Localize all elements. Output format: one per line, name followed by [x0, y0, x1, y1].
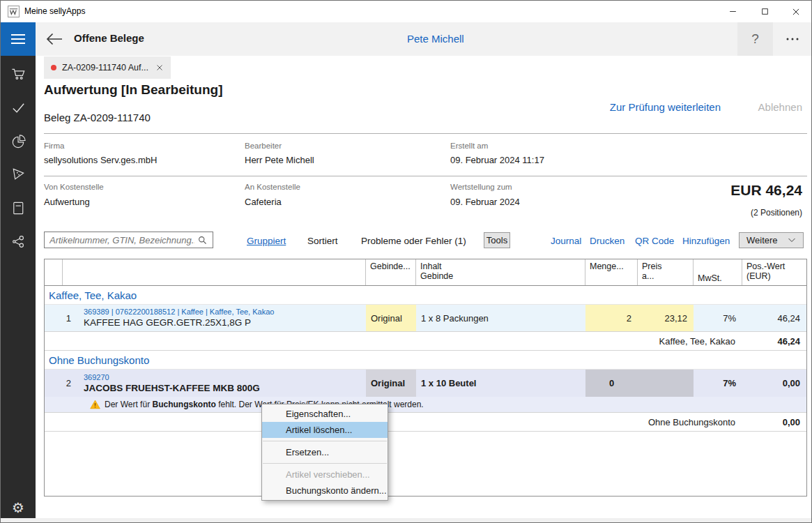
group-footer-value: 0,00	[742, 413, 806, 431]
field-label-erstellt: Erstellt am	[450, 142, 488, 150]
divider	[44, 133, 807, 134]
minimize-button[interactable]	[717, 1, 749, 22]
article-name: JACOBS FRUEHST-KAFFEE MKB 800G	[84, 382, 260, 394]
more-options-button[interactable]	[775, 22, 810, 56]
gebinde-cell[interactable]: Original	[366, 370, 416, 397]
tab-label: ZA-0209-111740 Auf...	[62, 63, 148, 73]
qr-code-link[interactable]: QR Code	[635, 236, 674, 246]
back-button[interactable]	[45, 30, 66, 48]
row-number: 1	[45, 313, 71, 324]
help-button[interactable]: ?	[737, 22, 773, 56]
search-input[interactable]	[45, 235, 197, 245]
pos-wert-cell: 0,00	[742, 370, 806, 397]
table-row[interactable]: 2 369270 JACOBS FRUEHST-KAFFEE MKB 800G …	[45, 370, 806, 397]
document-tab[interactable]: ZA-0209-111740 Auf...	[44, 56, 171, 79]
pie-chart-icon	[10, 133, 26, 149]
field-value-von-kostenstelle: Aufwertung	[44, 197, 90, 207]
mwst-cell: 7%	[694, 305, 742, 331]
maximize-button[interactable]	[749, 1, 781, 22]
gebinde-cell[interactable]: Original	[366, 305, 416, 331]
group-footer-label: Kaffee, Tee, Kakao	[45, 332, 742, 350]
app-header: Offene Belege Pete Michell ?	[36, 22, 812, 56]
title-bar: Meine sellyApps	[1, 1, 811, 22]
reject-link: Ablehnen	[758, 101, 802, 113]
group-header-ohne-buchungskonto[interactable]: Ohne Buchungskonto	[45, 351, 806, 370]
tab-close-icon[interactable]	[155, 63, 164, 72]
col-header-menge[interactable]: Menge...	[585, 259, 638, 285]
menu-item-ersetzen[interactable]: Ersetzen...	[262, 444, 388, 460]
window-bottom-strip	[1, 518, 811, 523]
table-row[interactable]: 1 369389 | 07622200188512 | Kaffee | Kaf…	[45, 305, 806, 331]
user-name[interactable]: Pete Michell	[407, 33, 464, 45]
hinzufuegen-link[interactable]: Hinzufügen	[682, 236, 730, 246]
chevron-down-icon	[788, 237, 796, 243]
col-header-mwst[interactable]: MwSt.	[694, 259, 742, 285]
field-label-firma: Firma	[44, 142, 64, 150]
document-title: Aufwertung [In Bearbeitung]	[44, 82, 222, 98]
weitere-label: Weitere	[746, 235, 778, 245]
col-header-preis[interactable]: Preisa...	[638, 259, 694, 285]
question-mark-icon: ?	[751, 31, 759, 47]
positions-table: Gebinde... InhaltGebinde Menge... Preisa…	[44, 259, 807, 497]
field-value-bearbeiter: Herr Pete Michell	[245, 155, 314, 165]
col-header-gebinde[interactable]: Gebinde...	[366, 259, 416, 285]
search-icon	[197, 235, 208, 245]
weitere-button[interactable]: Weitere	[739, 232, 804, 248]
sidebar-item-offers[interactable]	[1, 158, 36, 190]
unsaved-dot-icon	[51, 65, 56, 70]
sidebar-item-cart[interactable]	[1, 58, 36, 90]
article-meta: 369270	[84, 373, 260, 382]
group-footer: Ohne Buchungskonto 0,00	[45, 412, 806, 432]
menu-item-artikel-loeschen[interactable]: Artikel löschen...	[262, 422, 388, 438]
journal-link[interactable]: Journal	[551, 236, 581, 246]
col-header-empty2	[63, 259, 366, 285]
sidebar-item-share[interactable]	[1, 225, 36, 257]
group-footer-label: Ohne Buchungskonto	[45, 413, 742, 431]
probleme-oder-fehler-link[interactable]: Probleme oder Fehler (1)	[361, 236, 466, 246]
gear-icon: ⚙	[12, 499, 24, 516]
sidebar-item-tasks[interactable]	[1, 91, 36, 123]
menu-item-buchungskonto-aendern[interactable]: Buchungskonto ändern...	[262, 483, 388, 499]
close-button[interactable]	[780, 1, 812, 22]
sidebar-item-catalog[interactable]	[1, 192, 36, 224]
page-title: Offene Belege	[74, 32, 144, 44]
col-header-inhalt-gebinde[interactable]: InhaltGebinde	[416, 259, 585, 285]
col-header-empty1	[45, 259, 63, 285]
col-header-pos-wert[interactable]: Pos.-Wert(EUR)	[742, 259, 806, 285]
menu-separator	[263, 463, 387, 464]
group-header-kaffee-tee-kakao[interactable]: Kaffee, Tee, Kakao	[45, 286, 806, 305]
ellipsis-icon	[786, 37, 799, 41]
warning-icon	[90, 400, 100, 409]
sidebar: ⚙	[1, 56, 36, 518]
field-label-wertstellung: Wertstellung zum	[450, 183, 512, 191]
table-header-row: Gebinde... InhaltGebinde Menge... Preisa…	[45, 259, 806, 286]
preis-cell[interactable]: 23,12	[638, 305, 694, 331]
book-icon	[10, 200, 26, 216]
context-menu: Eigenschaften... Artikel löschen... Erse…	[261, 404, 388, 501]
row-number: 2	[45, 378, 71, 388]
forward-for-review-link[interactable]: Zur Prüfung weiterleiten	[610, 101, 721, 113]
app-window: Meine sellyApps	[0, 0, 812, 523]
total-amount: EUR 46,24	[730, 182, 802, 199]
article-search	[44, 232, 213, 248]
menu-item-artikel-verschieben: Artikel verschieben...	[262, 467, 388, 483]
group-footer-value: 46,24	[742, 332, 806, 350]
divider	[44, 176, 807, 176]
sidebar-item-reports[interactable]	[1, 125, 36, 157]
tools-button[interactable]: Tools	[484, 232, 510, 248]
field-value-an-kostenstelle: Cafeteria	[245, 197, 282, 207]
hamburger-menu-icon[interactable]	[1, 22, 36, 56]
drucken-link[interactable]: Drucken	[590, 236, 625, 246]
field-value-firma: sellysolutions Serv.ges.mbH	[44, 155, 157, 165]
sortiert-link[interactable]: Sortiert	[307, 236, 338, 246]
menu-item-eigenschaften[interactable]: Eigenschaften...	[262, 406, 388, 422]
mwst-cell: 7%	[694, 370, 742, 397]
gruppiert-link[interactable]: Gruppiert	[247, 236, 286, 246]
menge-cell[interactable]: 0	[585, 370, 694, 397]
article-name: KAFFEE HAG GEGR.GETR.25X1,8G P	[84, 317, 274, 328]
pennant-icon	[10, 167, 26, 183]
menge-cell[interactable]: 2	[585, 305, 638, 331]
cart-icon	[10, 66, 26, 82]
inhalt-cell: 1 x 8 Packungen	[416, 305, 585, 331]
app-logo-icon	[8, 6, 20, 17]
